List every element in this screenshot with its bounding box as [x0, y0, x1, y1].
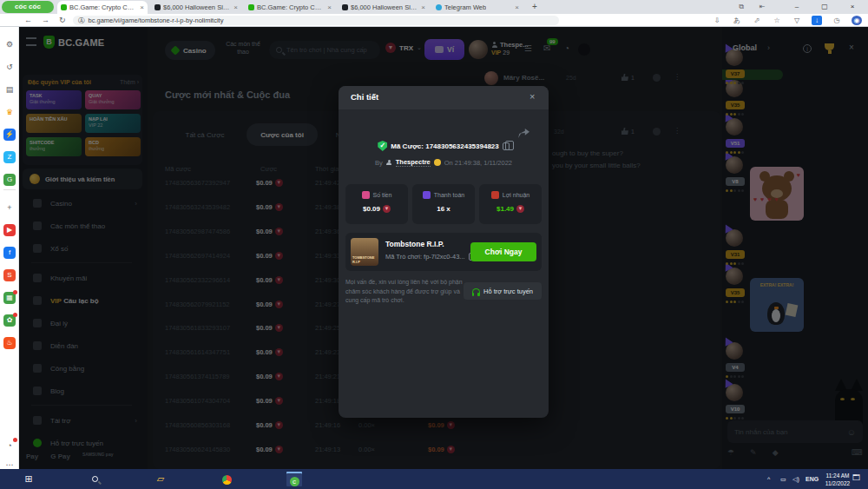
- translate-icon[interactable]: あ: [732, 16, 742, 25]
- windows-taskbar: [0, 469, 868, 489]
- bcgame-dark-icon: [155, 4, 161, 10]
- bcgame-icon: [61, 4, 67, 10]
- telegram-icon: [436, 4, 442, 10]
- amount-icon: [362, 191, 370, 199]
- more-icon[interactable]: ⋯: [3, 459, 16, 471]
- modal-close-icon[interactable]: ×: [529, 91, 535, 102]
- tab-restore-icon[interactable]: ⇤: [757, 2, 767, 11]
- tab-close-icon[interactable]: ×: [233, 3, 238, 11]
- volume-icon[interactable]: ◁): [792, 475, 799, 483]
- add-shortcut-icon[interactable]: +: [3, 202, 16, 214]
- browser-tab[interactable]: $6,000 Halloween Slot Battl×: [151, 1, 241, 14]
- site-info-icon[interactable]: Ⓐ: [78, 17, 85, 25]
- taskbar-clock[interactable]: 11:24 AM11/2/2022: [819, 472, 856, 487]
- bcgame-dark-icon: [342, 4, 348, 10]
- tray-expand-icon[interactable]: ^: [767, 475, 770, 483]
- start-icon[interactable]: ⊞: [21, 472, 36, 486]
- play-now-button[interactable]: Chơi Ngay: [470, 242, 536, 261]
- verified-shield-icon: ✓: [378, 141, 387, 151]
- url-text: bc.game/vi/game/tombstone-r-i-p-by-nolim…: [89, 17, 224, 24]
- action-center-icon[interactable]: 🗔: [852, 474, 860, 482]
- bookmark-star-icon[interactable]: ☆: [772, 16, 782, 25]
- stat-box: Thanh toán16 x: [412, 184, 475, 224]
- notification-bell-icon[interactable]: ◔: [3, 439, 16, 452]
- search-icon[interactable]: [87, 472, 102, 486]
- tab-close-icon[interactable]: ×: [515, 3, 519, 11]
- payout-icon: [423, 191, 431, 199]
- bet-id-row: ✓ Mã Cược: 1748305632435394823: [339, 141, 549, 151]
- browser-tab[interactable]: $6,000 Halloween Slot Battl×: [339, 1, 429, 14]
- chrome-icon[interactable]: [219, 472, 234, 486]
- trx-coin-icon: ▼: [516, 205, 524, 213]
- tab-close-icon[interactable]: ×: [140, 3, 144, 11]
- maximize-button[interactable]: ▢: [813, 0, 836, 13]
- explorer-icon[interactable]: ▱: [153, 472, 168, 486]
- person-icon: [386, 160, 392, 166]
- browser-tab[interactable]: BC.Game: Crypto Casino Gam×: [57, 1, 148, 14]
- browser-tab[interactable]: Telegram Web×: [432, 1, 523, 14]
- pip-icon[interactable]: ⧉: [736, 2, 746, 11]
- forward-button[interactable]: →: [42, 16, 49, 25]
- headset-icon: [472, 288, 480, 294]
- game-thumbnail[interactable]: TOMBSTONE R.I.P: [351, 238, 378, 266]
- settings-gear-icon[interactable]: ⚙: [3, 38, 16, 50]
- game-id: Mã Trò chơi: fp-7l2xc0-43...: [385, 253, 476, 261]
- player-link[interactable]: Thespectre: [396, 158, 431, 167]
- browser-brand: cốc cốc: [2, 1, 54, 13]
- youtube-icon[interactable]: ▶: [3, 224, 16, 236]
- bet-by-row: By Thespectre On 21:49:38, 1/11/2022: [339, 158, 549, 167]
- tab-close-icon[interactable]: ×: [421, 3, 425, 11]
- games-icon[interactable]: G: [3, 174, 16, 186]
- reading-list-icon[interactable]: ▤: [3, 83, 16, 96]
- adblock-shield-icon[interactable]: ▽: [792, 16, 802, 25]
- bcgame-icon: [248, 4, 254, 10]
- back-button[interactable]: ←: [24, 16, 32, 25]
- address-bar[interactable]: Ⓐ bc.game/vi/game/tombstone-r-i-p-by-nol…: [73, 16, 559, 25]
- honey-badge-icon: [434, 159, 441, 166]
- reload-button[interactable]: ↻: [59, 16, 66, 25]
- stat-box: Số tiền$0.09▼: [345, 184, 408, 224]
- profit-icon: [491, 191, 499, 199]
- downloads-active-icon[interactable]: ↓: [812, 16, 822, 25]
- copy-icon[interactable]: [503, 142, 510, 150]
- new-tab-button[interactable]: +: [529, 2, 540, 12]
- trx-coin-icon: ▼: [383, 205, 391, 213]
- tab-close-icon[interactable]: ×: [327, 3, 332, 11]
- sidebar-divider: [3, 189, 16, 190]
- share-icon[interactable]: ⬀: [752, 16, 762, 25]
- cart-icon[interactable]: ♨: [3, 337, 16, 349]
- chat-app-icon[interactable]: ✿: [3, 314, 16, 327]
- minimize-button[interactable]: –: [786, 0, 808, 13]
- coccoc-icon[interactable]: c: [286, 472, 302, 486]
- browser-tab[interactable]: BC.Game: Crypto Casino Gam×: [245, 1, 335, 14]
- game-name: Tombstone R.I.P.: [385, 240, 444, 248]
- shopee-icon[interactable]: S: [3, 269, 16, 281]
- save-page-icon[interactable]: ⇩: [712, 16, 722, 25]
- zalo-icon[interactable]: Z: [3, 151, 16, 163]
- facebook-icon[interactable]: f: [3, 247, 16, 259]
- snooze-bell-icon[interactable]: ◷: [832, 16, 842, 25]
- modal-title: Chi tiết: [351, 92, 378, 102]
- modal-note: Mọi vấn đề, xin vui lòng liên hệ với bộ …: [345, 278, 464, 306]
- gift-icon[interactable]: ▦: [3, 292, 16, 304]
- stat-box: Lợi nhuận$1.49▼: [479, 184, 542, 224]
- screen: cốc cốc + ⧉ ⇤ ← → ↻ Ⓐ bc.game/vi/game/to…: [0, 0, 868, 489]
- crown-vip-icon[interactable]: ♛: [3, 106, 16, 118]
- profile-icon[interactable]: ◉: [852, 16, 862, 25]
- network-icon[interactable]: ▭: [780, 475, 786, 483]
- language-indicator[interactable]: ENG: [806, 475, 819, 483]
- messenger-icon[interactable]: ⚡: [3, 129, 16, 141]
- close-button[interactable]: ×: [841, 0, 864, 13]
- support-button[interactable]: Hỗ trợ trực tuyến: [464, 282, 542, 300]
- history-icon[interactable]: ↺: [3, 61, 16, 73]
